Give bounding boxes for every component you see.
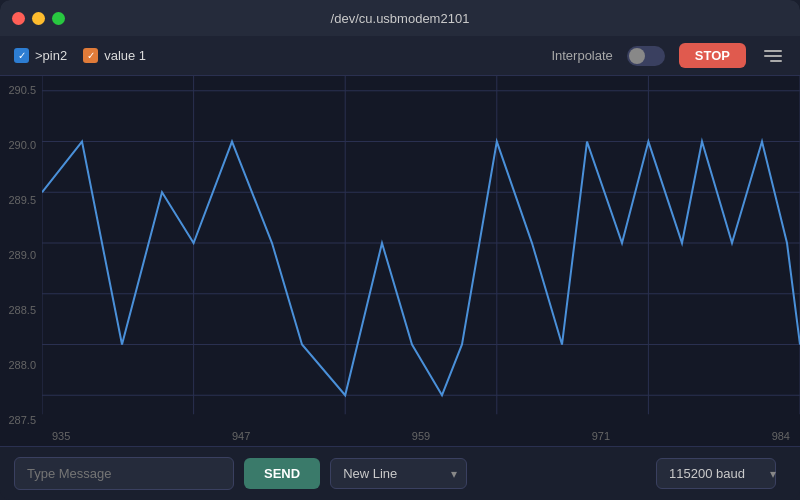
checkbox-pin2[interactable]: ✓ <box>14 48 29 63</box>
y-label-0: 290.5 <box>4 84 36 96</box>
toggle-knob <box>629 48 645 64</box>
stop-button[interactable]: STOP <box>679 43 746 68</box>
newline-select[interactable]: New Line Carriage Return Both NL & CR No… <box>330 458 467 489</box>
y-axis: 290.5 290.0 289.5 289.0 288.5 288.0 287.… <box>0 76 42 446</box>
interpolate-toggle[interactable] <box>627 46 665 66</box>
menu-button[interactable] <box>760 46 786 66</box>
y-label-6: 287.5 <box>4 414 36 426</box>
newline-select-wrapper: New Line Carriage Return Both NL & CR No… <box>330 458 467 489</box>
maximize-button[interactable] <box>52 12 65 25</box>
x-label-935: 935 <box>52 430 70 442</box>
x-label-971: 971 <box>592 430 610 442</box>
send-button[interactable]: SEND <box>244 458 320 489</box>
chart-svg <box>42 76 800 446</box>
legend-value1[interactable]: ✓ value 1 <box>83 48 146 63</box>
chart-line <box>42 142 800 396</box>
bottom-bar: SEND New Line Carriage Return Both NL & … <box>0 446 800 500</box>
y-label-2: 289.5 <box>4 194 36 206</box>
y-label-3: 289.0 <box>4 249 36 261</box>
baud-select[interactable]: 300 baud 1200 baud 2400 baud 4800 baud 9… <box>656 458 776 489</box>
traffic-lights <box>12 12 65 25</box>
legend-pin2[interactable]: ✓ >pin2 <box>14 48 67 63</box>
toolbar: ✓ >pin2 ✓ value 1 Interpolate STOP <box>0 36 800 76</box>
x-axis: 935 947 959 971 984 <box>42 426 800 446</box>
menu-icon-line2 <box>764 55 782 57</box>
menu-icon-line3 <box>770 60 782 62</box>
x-label-959: 959 <box>412 430 430 442</box>
toolbar-right: Interpolate STOP <box>551 43 786 68</box>
y-label-1: 290.0 <box>4 139 36 151</box>
y-label-5: 288.0 <box>4 359 36 371</box>
checkbox-value1[interactable]: ✓ <box>83 48 98 63</box>
x-label-984: 984 <box>772 430 790 442</box>
chart-area: 290.5 290.0 289.5 289.0 288.5 288.0 287.… <box>0 76 800 446</box>
titlebar: /dev/cu.usbmodem2101 <box>0 0 800 36</box>
interpolate-label: Interpolate <box>551 48 612 63</box>
legend-pin2-label: >pin2 <box>35 48 67 63</box>
chart-inner: 935 947 959 971 984 <box>42 76 800 446</box>
x-label-947: 947 <box>232 430 250 442</box>
minimize-button[interactable] <box>32 12 45 25</box>
close-button[interactable] <box>12 12 25 25</box>
menu-icon-line1 <box>764 50 782 52</box>
window-title: /dev/cu.usbmodem2101 <box>331 11 470 26</box>
baud-select-wrapper: 300 baud 1200 baud 2400 baud 4800 baud 9… <box>656 458 786 489</box>
legend-value1-label: value 1 <box>104 48 146 63</box>
y-label-4: 288.5 <box>4 304 36 316</box>
message-input[interactable] <box>14 457 234 490</box>
